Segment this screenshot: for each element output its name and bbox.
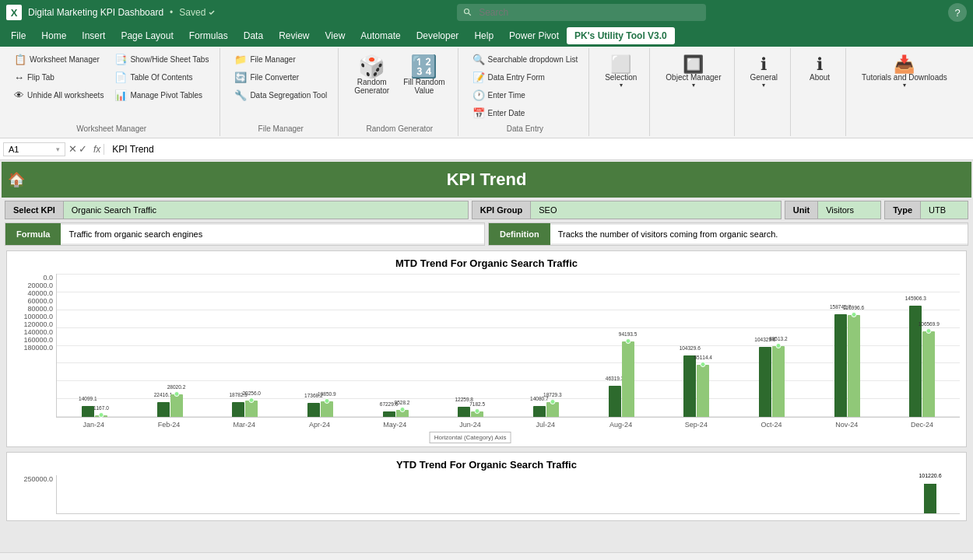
ribbon-btn-flip-tab[interactable]: ↔ Flip Tab	[9, 69, 108, 86]
ribbon-btn-show-hide[interactable]: 📑 Show/Hide Sheet Tabs	[110, 51, 213, 68]
ribbon-btn-data-seg[interactable]: 🔧 Data Segregation Tool	[230, 87, 332, 103]
kpi-trend-header: 🏠 KPI Trend	[2, 162, 971, 198]
ribbon-group-object-manager: 🔲 Object Manager ▾	[653, 48, 734, 136]
menu-page-layout[interactable]: Page Layout	[113, 27, 181, 44]
type-value[interactable]: UTB	[921, 201, 968, 219]
ytd-chart-title: YTD Trend For Organic Search Traffic	[13, 459, 960, 471]
bar-dot	[98, 412, 104, 418]
bar-actual: 158745.7	[834, 314, 847, 417]
ribbon-btn-enter-date[interactable]: 📅 Enter Date	[468, 105, 583, 121]
ribbon-btn-searchable-dd[interactable]: 🔍 Searchable dropdown List	[468, 51, 583, 68]
ribbon-btn-general[interactable]: ℹ General ▾	[744, 51, 785, 93]
bar-group-dec-24: 145906.3106569.9	[884, 274, 960, 417]
bar-group-feb-24: 22416.128020.2	[132, 274, 208, 417]
ribbon-btn-about[interactable]: ℹ About	[800, 51, 839, 86]
menu-automate[interactable]: Automate	[353, 27, 408, 44]
sheet-content: 🏠 KPI Trend Select KPI Organic Search Tr…	[0, 160, 973, 552]
bar-actual: 14099.1	[82, 406, 94, 417]
bar-target: 7182.5	[471, 411, 483, 417]
ribbon-btn-data-entry[interactable]: 📝 Data Entry Form	[468, 69, 583, 86]
menu-file[interactable]: File	[3, 27, 33, 44]
select-kpi-label: Select KPI	[5, 201, 64, 219]
bar-actual: 67229.6	[383, 411, 395, 417]
kpi-title: KPI Trend	[447, 170, 527, 190]
ribbon-btn-worksheet-manager[interactable]: 📋 Worksheet Manager	[9, 51, 108, 68]
bar-dot	[324, 398, 329, 404]
cancel-formula-icon[interactable]: ✕	[68, 143, 77, 155]
select-kpi-value[interactable]: Organic Search Traffic	[64, 201, 468, 219]
menu-insert[interactable]: Insert	[74, 27, 113, 44]
menu-power-pivot[interactable]: Power Pivot	[501, 27, 567, 44]
bars-area: 14099.11167.022416.128020.218782.920256.…	[56, 274, 960, 418]
ribbon-btn-enter-time[interactable]: 🕐 Enter Time	[468, 87, 583, 103]
menu-bar: File Home Insert Page Layout Formulas Da…	[0, 25, 973, 47]
bar-dot	[550, 399, 555, 404]
bar-target: 19850.9	[321, 401, 333, 417]
saved-indicator[interactable]: Saved	[179, 7, 215, 18]
title-bar: X Digital Marketing KPI Dashboard • Save…	[0, 0, 973, 25]
menu-review[interactable]: Review	[271, 27, 317, 44]
bar-dot	[701, 362, 706, 367]
bar-target: 94193.5	[622, 341, 634, 417]
bar-actual: 14080.7	[533, 406, 546, 417]
search-input[interactable]	[457, 4, 706, 21]
ribbon-btn-toc[interactable]: 📄 Table Of Contents	[110, 69, 213, 86]
bar-actual: 22416.1	[157, 402, 170, 417]
bar-group-sep-24: 104329.665114.4	[659, 274, 734, 417]
bar-group-aug-24: 46319.394193.5	[584, 274, 659, 417]
ribbon-btn-file-converter[interactable]: 🔄 File Converter	[230, 69, 332, 86]
ribbon-btn-pivot[interactable]: 📊 Manage Pivot Tables	[110, 87, 213, 103]
type-label: Type	[885, 201, 921, 219]
user-avatar[interactable]: ?	[948, 3, 967, 22]
menu-formulas[interactable]: Formulas	[181, 27, 236, 44]
search-bar[interactable]	[457, 4, 706, 21]
bar-dot	[399, 407, 405, 412]
ytd-chart-container: YTD Trend For Organic Search Traffic 250…	[6, 452, 967, 521]
ribbon-btn-unhide[interactable]: 👁 Unhide All worksheets	[9, 87, 108, 103]
ribbon-btn-random-gen[interactable]: 🎲 RandomGenerator	[348, 51, 395, 100]
formula-bar: A1 ▾ ✕ ✓ fx	[0, 138, 973, 160]
ribbon-group-about: ℹ About	[794, 48, 846, 136]
menu-data[interactable]: Data	[236, 27, 271, 44]
kpi-group-value[interactable]: SEO	[531, 201, 781, 219]
definition-content: Tracks the number of visitors coming fro…	[550, 225, 968, 243]
bar-target: 18729.3	[546, 402, 559, 417]
ribbon-group-worksheet-manager: 📋 Worksheet Manager ↔ Flip Tab 👁 Unhide …	[3, 48, 220, 136]
ribbon-label-data-entry: Data Entry	[507, 124, 543, 133]
formula-label: Formula	[5, 223, 61, 245]
cell-reference[interactable]: A1 ▾	[3, 142, 65, 156]
bar-target: 20256.0	[245, 401, 258, 417]
ribbon-btn-file-manager[interactable]: 📁 File Manager	[230, 51, 332, 68]
bar-dot	[475, 408, 480, 414]
accept-formula-icon[interactable]: ✓	[79, 143, 87, 155]
bar-target: 126996.6	[848, 315, 860, 417]
bar-group-mar-24: 18782.920256.0	[207, 274, 283, 417]
ribbon-btn-tutorials[interactable]: 📥 Tutorials and Downloads ▾	[855, 51, 954, 93]
bar-group-jan-24: 14099.11167.0	[57, 274, 132, 417]
menu-help[interactable]: Help	[466, 27, 501, 44]
ribbon-group-general: ℹ General ▾	[738, 48, 792, 136]
ribbon-group-file-manager: 📁 File Manager 🔄 File Converter 🔧 Data S…	[223, 48, 339, 136]
menu-view[interactable]: View	[318, 27, 353, 44]
bar-group-apr-24: 17368.219850.9	[283, 274, 358, 417]
formula-icons: ✕ ✓	[68, 143, 87, 155]
bar-actual: 18782.9	[232, 402, 244, 417]
ribbon: 📋 Worksheet Manager ↔ Flip Tab 👁 Unhide …	[0, 47, 973, 138]
menu-pk-utility[interactable]: PK's Utility Tool V3.0	[567, 27, 675, 44]
menu-developer[interactable]: Developer	[409, 27, 467, 44]
x-axis: Jan-24 Feb-24 Mar-24 Apr-24 May-24 Jun-2…	[56, 421, 960, 429]
ribbon-btn-fill-random[interactable]: 🔢 Fill RandomValue	[397, 51, 451, 100]
scroll-bar[interactable]	[0, 552, 973, 560]
ribbon-btn-selection[interactable]: ⬜ Selection ▾	[599, 51, 643, 93]
axis-tooltip: Horizontal (Category) Axis	[430, 432, 511, 443]
bar-actual: 104329.6	[683, 355, 696, 417]
unit-value[interactable]: Visitors	[818, 201, 880, 219]
ribbon-btn-object-manager[interactable]: 🔲 Object Manager ▾	[659, 51, 727, 93]
bar-actual: 104329.6	[759, 347, 771, 417]
home-icon[interactable]: 🏠	[8, 171, 25, 188]
menu-home[interactable]: Home	[33, 27, 74, 44]
formula-input[interactable]	[107, 142, 970, 156]
bar-group-jul-24: 14080.718729.3	[508, 274, 584, 417]
ytd-bar-last: 101220.6	[924, 484, 936, 513]
bar-dot	[775, 343, 781, 348]
